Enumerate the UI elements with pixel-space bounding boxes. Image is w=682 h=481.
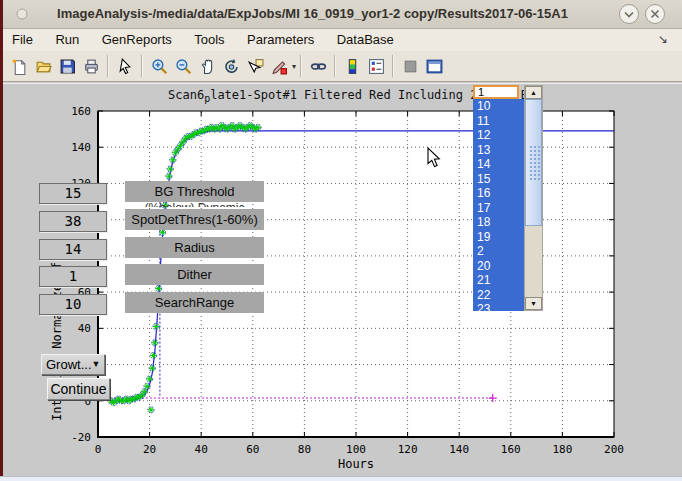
menubar: File Run GenReports Tools Parameters Dat… — [3, 29, 682, 51]
x-tick-label: 80 — [298, 443, 311, 456]
growth-mode-dropdown[interactable]: Growt... ▼ — [41, 354, 105, 375]
spot-number-dropdown: 1 10111213141516171819220212223 ▲ ▼ — [473, 85, 543, 311]
dropdown-item[interactable]: 22 — [473, 288, 524, 303]
print-icon[interactable] — [79, 54, 103, 78]
dropdown-item[interactable]: 13 — [473, 143, 524, 158]
x-tick-label: 100 — [346, 443, 366, 456]
app-window: ImageAnalysis-/media/data/ExpJobs/MI 16_… — [0, 0, 682, 481]
menu-parameters[interactable]: Parameters — [238, 29, 323, 47]
menu-database[interactable]: DataBase — [328, 29, 403, 47]
bg-threshold-label: BG Threshold — [125, 181, 264, 202]
dropdown-item[interactable]: 14 — [473, 157, 524, 172]
dropdown-item[interactable]: 17 — [473, 201, 524, 216]
scrollbar-grip — [529, 145, 540, 181]
figure-area: 020406080100120140160180200-200204060801… — [3, 83, 682, 478]
pan-icon[interactable] — [195, 54, 219, 78]
dropdown-item[interactable]: 23 — [473, 302, 524, 311]
zoom-in-icon[interactable] — [147, 54, 171, 78]
x-tick-label: 180 — [552, 443, 572, 456]
radius-input[interactable]: 14 — [39, 239, 107, 260]
searchrange-input[interactable]: 10 — [39, 294, 107, 315]
x-axis-label: Hours — [338, 457, 374, 471]
dither-input[interactable]: 1 — [39, 266, 107, 287]
shade-button[interactable] — [618, 3, 640, 25]
toolbar-separator — [107, 55, 109, 77]
y-tick-label: 140 — [71, 141, 91, 154]
x-tick-label: 160 — [501, 443, 521, 456]
x-tick-label: 0 — [95, 443, 102, 456]
dropdown-item[interactable]: 16 — [473, 186, 524, 201]
scrollbar-thumb[interactable] — [525, 99, 542, 226]
menu-run[interactable]: Run — [46, 29, 88, 47]
x-tick-label: 20 — [143, 443, 156, 456]
spot-number-selected[interactable]: 1 — [473, 85, 519, 99]
dropdown-item[interactable]: 12 — [473, 128, 524, 143]
window-frame-icon[interactable] — [422, 54, 446, 78]
toolbar-separator — [141, 55, 143, 77]
toolbar: ▾ — [3, 51, 682, 82]
dropdown-item[interactable]: 18 — [473, 215, 524, 230]
legend-icon[interactable] — [364, 54, 388, 78]
close-button[interactable] — [644, 3, 666, 25]
brush-icon[interactable] — [267, 54, 291, 78]
y-tick-label: -20 — [71, 431, 91, 444]
growth-mode-label: Growt... — [46, 355, 92, 374]
window-left-border — [0, 0, 3, 481]
dither-label: Dither — [125, 264, 264, 285]
titlebar[interactable]: ImageAnalysis-/media/data/ExpJobs/MI 16_… — [3, 0, 682, 29]
dropdown-item[interactable]: 21 — [473, 273, 524, 288]
spotdetthres-input[interactable]: 38 — [39, 211, 107, 232]
x-tick-label: 200 — [604, 443, 624, 456]
searchrange-label: SearchRange — [125, 292, 264, 313]
save-icon[interactable] — [55, 54, 79, 78]
zoom-out-icon[interactable] — [171, 54, 195, 78]
dock-arrow-icon[interactable]: ↘ — [658, 32, 668, 46]
x-tick-label: 60 — [246, 443, 259, 456]
bg-threshold-input[interactable]: 15 — [39, 183, 107, 204]
open-file-icon[interactable] — [31, 54, 55, 78]
toolbar-separator — [392, 55, 394, 77]
continue-button[interactable]: Continue — [47, 378, 110, 400]
link-plots-icon[interactable] — [306, 54, 330, 78]
menu-tools[interactable]: Tools — [185, 29, 233, 47]
pointer-icon[interactable] — [113, 54, 137, 78]
menu-file[interactable]: File — [3, 29, 42, 47]
spot-number-list: 10111213141516171819220212223 — [473, 99, 524, 311]
radius-label: Radius — [125, 237, 264, 258]
data-cursor-icon[interactable] — [243, 54, 267, 78]
mouse-cursor-icon — [427, 147, 443, 169]
scroll-down-icon[interactable]: ▼ — [525, 297, 542, 310]
brush-dropdown-arrow-icon[interactable]: ▾ — [292, 62, 296, 71]
y-tick-label: 40 — [78, 322, 91, 335]
y-tick-label: 160 — [71, 105, 91, 118]
dropdown-item[interactable]: 20 — [473, 259, 524, 274]
window-bottom-border[interactable] — [0, 476, 682, 481]
dropdown-item[interactable]: 10 — [473, 99, 524, 114]
bg-threshold-sublabel: (%below) Dynamic — [125, 202, 264, 207]
window-title: ImageAnalysis-/media/data/ExpJobs/MI 16_… — [3, 6, 622, 21]
x-tick-label: 140 — [449, 443, 469, 456]
x-tick-label: 40 — [195, 443, 208, 456]
toolbar-separator — [334, 55, 336, 77]
dropdown-item[interactable]: 15 — [473, 172, 524, 187]
rotate-3d-icon[interactable] — [219, 54, 243, 78]
scroll-up-icon[interactable]: ▲ — [525, 86, 542, 99]
toolbar-separator — [300, 55, 302, 77]
colorbar-icon[interactable] — [340, 54, 364, 78]
dropdown-item[interactable]: 2 — [473, 244, 524, 259]
spotdetthres-label: SpotDetThres(1-60%) — [125, 209, 264, 230]
dropdown-scrollbar[interactable]: ▲ ▼ — [524, 85, 543, 311]
new-file-icon[interactable] — [7, 54, 31, 78]
dropdown-item[interactable]: 19 — [473, 230, 524, 245]
x-tick-label: 120 — [398, 443, 418, 456]
placeholder-square-icon[interactable] — [398, 54, 422, 78]
dropdown-item[interactable]: 11 — [473, 114, 524, 129]
menu-genreports[interactable]: GenReports — [93, 29, 181, 47]
caret-down-icon: ▼ — [92, 355, 101, 374]
